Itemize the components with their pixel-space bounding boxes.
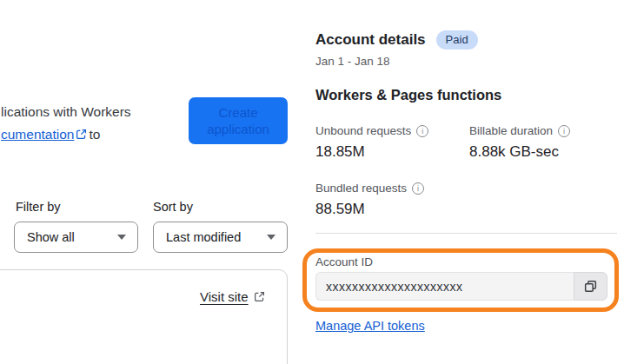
account-id-group [315, 272, 607, 301]
intro-text: lications with Workers cumentationto [1, 101, 131, 146]
copy-account-id-button[interactable] [574, 272, 607, 301]
stat-label: Unbound requests i [315, 124, 463, 137]
info-icon[interactable]: i [412, 182, 424, 195]
stat-label-text: Billable duration [469, 124, 553, 137]
application-card [0, 269, 288, 364]
stat-unbound-requests: Unbound requests i 18.85M [315, 124, 463, 161]
stat-label-text: Bundled requests [315, 182, 407, 195]
external-link-icon [254, 291, 265, 302]
account-id-input[interactable] [315, 272, 574, 301]
divider [315, 233, 617, 234]
stat-billable-duration: Billable duration i 8.88k GB-sec [469, 124, 617, 161]
workers-pages-dashboard: lications with Workers cumentationto Cre… [0, 0, 624, 364]
filter-dropdown[interactable]: Show all [14, 222, 138, 253]
sort-dropdown[interactable]: Last modified [153, 222, 288, 253]
manage-api-tokens-link[interactable]: Manage API tokens [315, 319, 425, 333]
stat-label-text: Unbound requests [315, 124, 411, 137]
stat-label: Bundled requests i [315, 182, 463, 195]
filter-dropdown-value: Show all [27, 230, 75, 244]
info-icon[interactable]: i [558, 125, 570, 137]
stat-label: Billable duration i [469, 124, 617, 137]
account-details-title: Account details [315, 31, 426, 49]
stat-value: 8.88k GB-sec [469, 143, 617, 161]
stat-value: 18.85M [315, 143, 463, 161]
date-range: Jan 1 - Jan 18 [315, 55, 390, 68]
caret-down-icon [117, 235, 126, 240]
plan-badge: Paid [436, 30, 478, 50]
functions-section-title: Workers & Pages functions [315, 87, 501, 103]
documentation-link[interactable]: cumentation [1, 127, 74, 142]
stat-bundled-requests: Bundled requests i 88.59M [315, 182, 463, 218]
intro-line-1: lications with Workers [1, 101, 131, 123]
intro-line-2: cumentationto [1, 123, 131, 146]
visit-site-label: Visit site [200, 289, 249, 304]
stat-value: 88.59M [315, 201, 463, 218]
visit-site-link[interactable]: Visit site [200, 289, 265, 304]
account-id-label: Account ID [315, 255, 373, 268]
sort-by-label: Sort by [153, 200, 193, 214]
external-link-icon [76, 129, 87, 140]
intro-line-2-tail: to [89, 127, 100, 142]
filter-by-label: Filter by [16, 200, 61, 214]
create-application-label: Create application [198, 104, 278, 137]
copy-icon [583, 279, 598, 294]
sort-dropdown-value: Last modified [166, 230, 241, 244]
caret-down-icon [267, 235, 275, 240]
info-icon[interactable]: i [416, 125, 428, 137]
account-details-header: Account details Paid [315, 30, 478, 50]
create-application-button[interactable]: Create application [189, 97, 288, 144]
